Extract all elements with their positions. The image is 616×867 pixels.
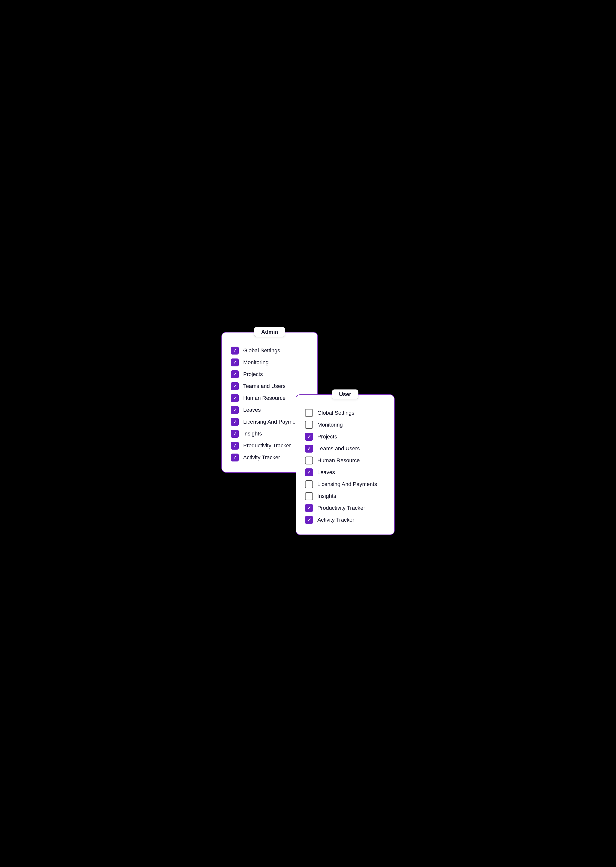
checkmark-icon: ✓ (233, 360, 237, 365)
checkmark-icon: ✓ (233, 348, 237, 353)
item-label: Monitoring (317, 422, 343, 428)
checkbox-icon[interactable]: ✓ (231, 442, 239, 449)
checkbox-icon[interactable]: ✓ (231, 347, 239, 355)
item-label: Leaves (243, 407, 261, 413)
item-label: Productivity Tracker (243, 442, 291, 449)
checkbox-icon[interactable]: ✓ (305, 516, 313, 524)
checkmark-icon: ✓ (233, 384, 237, 388)
list-item[interactable]: ✓Teams and Users (231, 380, 308, 392)
list-item[interactable]: ✓Projects (231, 369, 308, 380)
checkmark-icon: ✓ (233, 443, 237, 448)
checkmark-icon: ✓ (233, 408, 237, 412)
item-label: Monitoring (243, 359, 269, 366)
list-item[interactable]: ✓Monitoring (231, 357, 308, 368)
checkbox-icon[interactable] (305, 421, 313, 429)
list-item[interactable]: ✓Activity Tracker (305, 514, 385, 526)
scene: Admin ✓Global Settings✓Monitoring✓Projec… (222, 332, 394, 535)
checkbox-icon[interactable]: ✓ (231, 418, 239, 426)
item-label: Activity Tracker (243, 454, 280, 461)
item-label: Productivity Tracker (317, 505, 365, 511)
list-item[interactable]: Licensing And Payments (305, 479, 385, 490)
item-label: Leaves (317, 469, 335, 476)
checkbox-icon[interactable]: ✓ (231, 382, 239, 390)
checkbox-icon[interactable]: ✓ (305, 504, 313, 512)
checkmark-icon: ✓ (233, 432, 237, 436)
checkbox-icon[interactable]: ✓ (305, 468, 313, 476)
checkbox-icon[interactable]: ✓ (305, 445, 313, 452)
checkmark-icon: ✓ (307, 446, 311, 451)
item-label: Insights (243, 430, 262, 437)
item-label: Activity Tracker (317, 517, 354, 523)
item-label: Human Resource (243, 395, 286, 401)
checkmark-icon: ✓ (233, 396, 237, 400)
checkmark-icon: ✓ (233, 372, 237, 377)
item-label: Global Settings (243, 347, 280, 354)
checkbox-icon[interactable] (305, 457, 313, 465)
checkmark-icon: ✓ (307, 506, 311, 510)
list-item[interactable]: ✓Teams and Users (305, 443, 385, 454)
list-item[interactable]: ✓Productivity Tracker (305, 502, 385, 514)
item-label: Teams and Users (317, 445, 360, 452)
list-item[interactable]: ✓Leaves (305, 467, 385, 478)
item-label: Global Settings (317, 410, 354, 416)
checkmark-icon: ✓ (307, 435, 311, 439)
checkmark-icon: ✓ (233, 455, 237, 460)
checkbox-icon[interactable]: ✓ (305, 433, 313, 441)
list-item[interactable]: Global Settings (305, 407, 385, 419)
item-label: Licensing And Payments (243, 419, 303, 425)
checkmark-icon: ✓ (307, 518, 311, 522)
admin-label: Admin (254, 327, 285, 337)
checkbox-icon[interactable]: ✓ (231, 454, 239, 462)
checkbox-icon[interactable]: ✓ (231, 358, 239, 366)
checkbox-icon[interactable]: ✓ (231, 430, 239, 438)
list-item[interactable]: ✓Projects (305, 431, 385, 442)
user-item-list: Global SettingsMonitoring✓Projects✓Teams… (305, 407, 385, 526)
item-label: Projects (243, 371, 263, 378)
item-label: Projects (317, 434, 337, 440)
checkbox-icon[interactable] (305, 409, 313, 417)
list-item[interactable]: Insights (305, 490, 385, 502)
checkbox-icon[interactable] (305, 492, 313, 500)
user-card: User Global SettingsMonitoring✓Projects✓… (295, 394, 394, 535)
item-label: Human Resource (317, 457, 360, 464)
checkbox-icon[interactable]: ✓ (231, 406, 239, 414)
checkbox-icon[interactable]: ✓ (231, 394, 239, 402)
checkmark-icon: ✓ (233, 419, 237, 424)
list-item[interactable]: Monitoring (305, 419, 385, 430)
list-item[interactable]: Human Resource (305, 455, 385, 466)
checkbox-icon[interactable] (305, 480, 313, 488)
item-label: Teams and Users (243, 383, 286, 389)
item-label: Licensing And Payments (317, 481, 377, 487)
item-label: Insights (317, 493, 336, 499)
checkbox-icon[interactable]: ✓ (231, 370, 239, 378)
checkmark-icon: ✓ (307, 470, 311, 474)
user-label: User (332, 389, 358, 399)
list-item[interactable]: ✓Global Settings (231, 345, 308, 356)
